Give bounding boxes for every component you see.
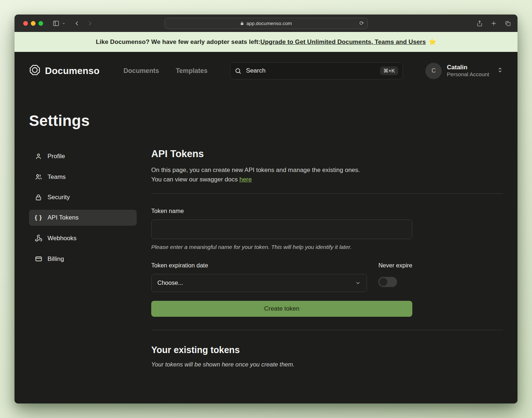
forward-button[interactable] xyxy=(87,21,92,26)
sidebar-toggle-icon[interactable] xyxy=(53,20,59,27)
account-menu[interactable]: C Catalin Personal Account xyxy=(425,63,503,79)
avatar: C xyxy=(425,63,442,79)
token-name-label: Token name xyxy=(151,208,503,214)
browser-window: app.documenso.com ⟳ Like Documenso? We h… xyxy=(15,15,517,403)
brand[interactable]: Documenso xyxy=(29,64,100,77)
toggle-knob xyxy=(379,278,387,286)
sidebar-item-label: API Tokens xyxy=(48,214,79,221)
swagger-docs-link[interactable]: here xyxy=(239,176,252,183)
sidebar-item-label: Security xyxy=(48,194,70,201)
token-name-input[interactable] xyxy=(151,220,412,239)
sidebar-item-label: Profile xyxy=(48,153,65,160)
sidebar-item-label: Webhooks xyxy=(48,235,77,242)
section-title: API Tokens xyxy=(151,148,503,160)
zoom-window-button[interactable] xyxy=(38,21,43,26)
expiration-select[interactable]: Choose... xyxy=(151,274,367,292)
search-placeholder: Search xyxy=(246,67,376,74)
sidebar-item-webhooks[interactable]: Webhooks xyxy=(29,230,137,246)
close-window-button[interactable] xyxy=(23,21,28,26)
app-header: Documenso Documents Templates Search ⌘+K… xyxy=(29,52,503,87)
back-button[interactable] xyxy=(74,21,80,26)
reload-icon[interactable]: ⟳ xyxy=(359,20,364,26)
sidebar-item-teams[interactable]: Teams xyxy=(29,169,137,185)
braces-icon: { } xyxy=(34,214,42,221)
user-icon xyxy=(34,153,42,160)
users-icon xyxy=(34,173,42,181)
tab-overview-icon[interactable] xyxy=(505,20,511,26)
upgrade-link[interactable]: Upgrade to Get Unlimited Documents, Team… xyxy=(260,38,426,46)
create-token-button[interactable]: Create token xyxy=(151,301,412,317)
credit-card-icon xyxy=(34,255,42,263)
expiration-label: Token expiration date xyxy=(151,262,367,269)
lock-icon xyxy=(240,21,244,26)
chevron-down-icon[interactable] xyxy=(62,21,66,25)
section-description: On this page, you can create new API tok… xyxy=(151,165,503,185)
share-icon[interactable] xyxy=(477,20,483,26)
nav-templates[interactable]: Templates xyxy=(176,67,208,75)
banner-text: Like Documenso? We have few early adopte… xyxy=(96,38,260,46)
divider xyxy=(151,193,503,194)
sidebar-item-billing[interactable]: Billing xyxy=(29,251,137,267)
documenso-logo-icon xyxy=(29,64,41,77)
minimize-window-button[interactable] xyxy=(31,21,36,26)
never-expire-label: Never expire xyxy=(378,262,412,269)
sidebar-item-label: Teams xyxy=(48,173,66,181)
page-title: Settings xyxy=(29,112,503,130)
search-shortcut-badge: ⌘+K xyxy=(380,66,398,75)
expiration-selected-value: Choose... xyxy=(157,279,183,286)
nav-documents[interactable]: Documents xyxy=(124,67,159,75)
brand-name: Documenso xyxy=(45,65,100,77)
browser-toolbar: app.documenso.com ⟳ xyxy=(15,15,517,32)
account-type: Personal Account xyxy=(447,71,489,78)
sidebar-item-profile[interactable]: Profile xyxy=(29,148,137,164)
account-name: Catalin xyxy=(447,63,489,71)
existing-tokens-empty-text: Your tokens will be shown here once you … xyxy=(151,361,503,368)
chevron-down-icon xyxy=(355,280,361,286)
upgrade-banner: Like Documenso? We have few early adopte… xyxy=(15,32,517,52)
address-bar[interactable]: app.documenso.com ⟳ xyxy=(165,18,368,29)
never-expire-toggle[interactable] xyxy=(378,277,397,287)
chevrons-up-down-icon xyxy=(497,67,503,74)
search-input[interactable]: Search ⌘+K xyxy=(230,62,403,79)
traffic-lights xyxy=(23,21,43,26)
sidebar-item-security[interactable]: Security xyxy=(29,189,137,205)
new-tab-icon[interactable] xyxy=(491,20,497,26)
existing-tokens-title: Your existing tokens xyxy=(151,345,503,355)
app-area: Documenso Documents Templates Search ⌘+K… xyxy=(15,52,517,403)
lock-icon xyxy=(34,194,42,201)
webhook-icon xyxy=(34,234,42,242)
token-name-hint: Please enter a meaningful name for your … xyxy=(151,244,503,250)
divider xyxy=(151,330,503,330)
sidebar-item-api-tokens[interactable]: { } API Tokens xyxy=(29,210,137,226)
settings-sidebar: Profile Teams Security { } API Token xyxy=(29,148,137,368)
search-icon xyxy=(235,67,242,74)
api-tokens-panel: API Tokens On this page, you can create … xyxy=(151,148,503,368)
star-emoji: ⭐ xyxy=(428,38,436,46)
sidebar-item-label: Billing xyxy=(48,255,64,263)
top-nav: Documents Templates xyxy=(124,67,208,75)
url-text: app.documenso.com xyxy=(246,21,292,26)
